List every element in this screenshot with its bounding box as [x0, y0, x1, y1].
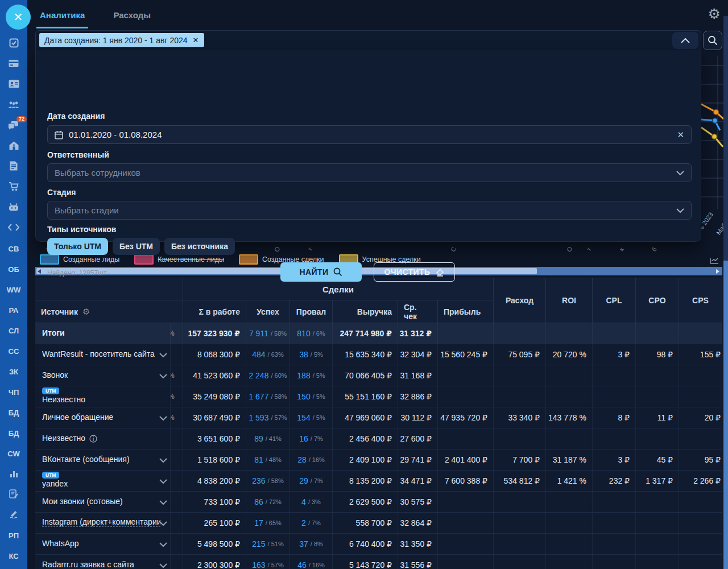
expand-chevron-icon[interactable] — [159, 476, 167, 485]
sidebar-item-бд[interactable]: БД — [0, 402, 27, 423]
chip-close-icon[interactable]: ✕ — [193, 36, 199, 44]
sidebar-item-бд[interactable]: БД — [0, 423, 27, 443]
column-cps[interactable]: CPS — [679, 278, 722, 323]
search-button[interactable] — [703, 31, 722, 50]
cps-cell: 155 ₽ — [679, 344, 722, 365]
column-fail[interactable]: Провал — [290, 300, 333, 323]
sidebar-item-idcard[interactable] — [0, 75, 27, 95]
settings-gear-icon[interactable]: ⚙ — [708, 6, 721, 22]
sidebar-item-чп[interactable]: ЧП — [0, 382, 27, 402]
vertical-scrollbar[interactable] — [723, 16, 728, 569]
sidebar-item-docedit[interactable] — [0, 484, 27, 505]
sidebar-item-сл[interactable]: СЛ — [0, 320, 27, 341]
sidebar-item-ра[interactable]: РА — [0, 300, 27, 320]
sidebar-item-tasks[interactable] — [0, 34, 27, 54]
column-cpo[interactable]: CPO — [636, 278, 679, 323]
tab-expenses[interactable]: Расходы — [110, 0, 154, 28]
expand-chevron-icon[interactable] — [159, 371, 167, 380]
source-cell: Radarrr.ru заявка с сайта — [35, 555, 171, 569]
app-sidebar: 72СВОБWWРАСЛССЗКЧПБДБДCWРПКС — [0, 0, 27, 569]
column-success[interactable]: Успех — [246, 300, 290, 323]
revenue-cell: 70 066 405 ₽ — [333, 365, 398, 386]
date-clear-icon[interactable]: ✕ — [677, 130, 684, 140]
chart-legend: Созданные лидыКачественные лидыСозданные… — [40, 254, 421, 265]
sidebar-item-wallet[interactable] — [0, 54, 27, 75]
legend-item[interactable]: Качественные лиды — [134, 254, 224, 265]
date-range-input[interactable]: 01.01.2020 - 01.08.2024 ✕ — [47, 125, 692, 144]
sidebar-close-button[interactable]: ✕ — [6, 5, 31, 30]
sidebar-item-cart[interactable] — [0, 177, 27, 197]
table-row[interactable]: Radarrr.ru заявка с сайта2 300 300 ₽163/… — [35, 555, 722, 569]
find-button[interactable]: НАЙТИ — [280, 262, 362, 282]
sidebar-item-зк[interactable]: ЗК — [0, 361, 27, 382]
column-avg-check[interactable]: Ср. чек — [398, 300, 438, 323]
vertical-scrollbar-thumb[interactable] — [723, 261, 728, 569]
filter-collapse-button[interactable] — [672, 32, 698, 49]
expand-chevron-icon[interactable] — [159, 413, 167, 422]
expand-chevron-icon[interactable] — [159, 539, 167, 549]
sidebar-item-home[interactable] — [0, 136, 27, 156]
sidebar-item-сс[interactable]: СС — [0, 341, 27, 361]
pen-icon — [9, 510, 19, 520]
sidebar-item-robot[interactable] — [0, 197, 27, 218]
table-row[interactable]: Итоги%157 323 930 ₽7 911/ 58%810/ 6%247 … — [35, 323, 722, 344]
table-row[interactable]: Instagram (директ+комментарии)265 100 ₽1… — [35, 513, 722, 534]
source-type-option-1[interactable]: Без UTM — [113, 238, 160, 255]
table-row[interactable]: WantResult - посетитель сайта8 068 300 ₽… — [35, 344, 722, 365]
expense-cell — [494, 365, 546, 386]
chat-icon — [9, 121, 19, 131]
table-row[interactable]: UTMНеизвестно%35 249 080 ₽1 677/ 58%150/… — [35, 386, 722, 407]
source-name: Instagram (директ+комментарии) — [42, 517, 160, 527]
filter-chip-date[interactable]: Дата создания: 1 янв 2020 - 1 авг 2024 ✕ — [39, 33, 204, 47]
column-cpl[interactable]: CPL — [593, 278, 636, 323]
sidebar-item-chat[interactable]: 72 — [0, 116, 27, 136]
expand-chevron-icon[interactable] — [159, 497, 167, 506]
tab-analytics[interactable]: Аналитика — [36, 0, 88, 28]
table-row[interactable]: WhatsApp5 498 500 ₽215/ 51%37/ 8%6 740 4… — [35, 534, 722, 555]
table-row[interactable]: Звонок%41 523 060 ₽2 248/ 60%188/ 5%70 0… — [35, 365, 722, 386]
column-source[interactable]: Источник ⚙ — [35, 300, 183, 323]
expense-cell — [494, 513, 546, 533]
info-icon[interactable] — [89, 435, 97, 443]
column-expense[interactable]: Расход — [494, 278, 546, 323]
stage-select[interactable]: Выбрать стадии — [47, 201, 692, 220]
sidebar-item-об[interactable]: ОБ — [0, 259, 27, 279]
utm-badge: UTM — [42, 387, 59, 394]
expand-chevron-icon[interactable] — [159, 518, 167, 527]
sidebar-item-рп[interactable]: РП — [0, 525, 27, 546]
chevron-down-icon — [676, 171, 684, 175]
table-row[interactable]: Неизвестно3 651 600 ₽89/ 41%16/ 7%2 456 … — [35, 428, 722, 450]
column-revenue[interactable]: Выручка — [333, 300, 398, 323]
column-settings-gear-icon[interactable]: ⚙ — [82, 307, 90, 317]
expand-chevron-icon[interactable] — [159, 350, 167, 359]
table-row[interactable]: Личное обращение%30 687 490 ₽1 593/ 57%1… — [35, 407, 722, 428]
table-row[interactable]: UTMyandex4 838 200 ₽236/ 58%29/ 7%8 135 … — [35, 471, 722, 492]
revenue-cell: 2 409 100 ₽ — [333, 450, 398, 470]
sidebar-item-ww[interactable]: WW — [0, 279, 27, 300]
sidebar-item-св[interactable]: СВ — [0, 238, 27, 259]
source-type-option-0[interactable]: Только UTM — [47, 238, 108, 255]
table-row[interactable]: Мои звонки (сотовые)733 100 ₽86/ 72%4/ 3… — [35, 492, 722, 513]
responsible-select[interactable]: Выбрать сотрудников — [47, 163, 692, 182]
scroll-left-arrow[interactable] — [38, 269, 41, 274]
chart-view-toggle-icon[interactable] — [709, 257, 719, 267]
column-profit[interactable]: Прибыль — [438, 300, 494, 323]
expand-chevron-icon[interactable] — [159, 455, 167, 464]
sidebar-item-doc[interactable] — [0, 156, 27, 177]
clear-button[interactable]: ОЧИСТИТЬ — [374, 262, 455, 282]
source-type-option-2[interactable]: Без источника — [164, 238, 235, 255]
sidebar-item-people[interactable] — [0, 95, 27, 116]
sidebar-item-code[interactable] — [0, 218, 27, 238]
sidebar-item-chart[interactable] — [0, 464, 27, 484]
scroll-right-arrow[interactable] — [716, 269, 719, 274]
column-roi[interactable]: ROI — [546, 278, 593, 323]
source-cell: WhatsApp — [35, 534, 171, 554]
sidebar-item-cw[interactable]: CW — [0, 443, 27, 464]
legend-item[interactable]: Созданные лиды — [40, 254, 119, 265]
table-row[interactable]: ВКонтакте (сообщения)1 518 600 ₽81/ 48%2… — [35, 450, 722, 471]
expand-chevron-icon[interactable] — [159, 560, 167, 569]
sidebar-item-кс[interactable]: КС — [0, 546, 27, 566]
sidebar-item-pen[interactable] — [0, 505, 27, 525]
filter-bar[interactable]: Дата создания: 1 янв 2020 - 1 авг 2024 ✕ — [35, 30, 701, 50]
column-sum-in-work[interactable]: Σ в работе — [183, 300, 246, 323]
